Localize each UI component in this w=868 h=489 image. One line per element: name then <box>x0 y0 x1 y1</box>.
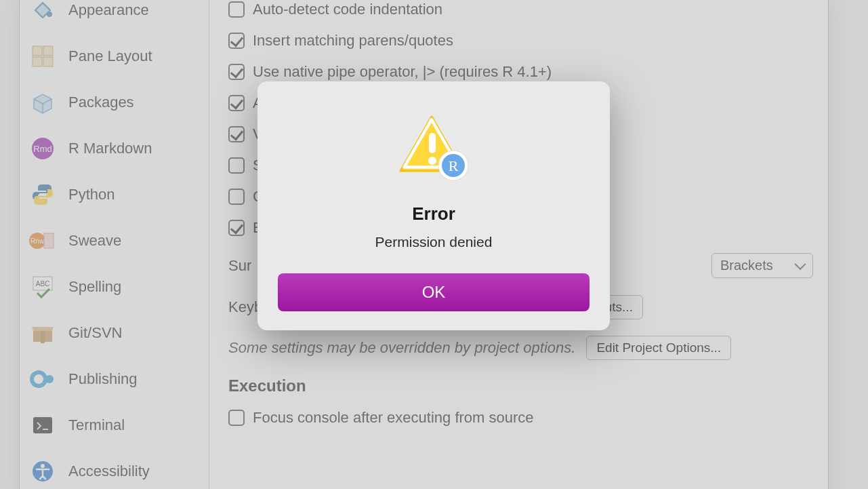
error-message: Permission denied <box>278 234 590 250</box>
svg-point-17 <box>428 157 436 165</box>
error-title: Error <box>278 203 590 224</box>
ok-button[interactable]: OK <box>278 273 590 311</box>
warning-icon: R <box>396 110 471 184</box>
error-dialog: R Error Permission denied OK <box>257 81 610 330</box>
svg-text:R: R <box>449 157 459 174</box>
svg-rect-16 <box>429 133 436 153</box>
